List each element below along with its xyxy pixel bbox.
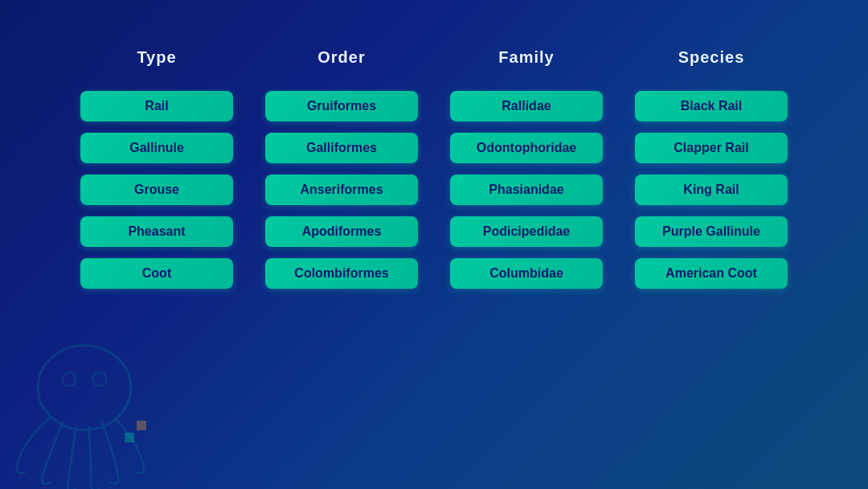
cell-type-3[interactable]: Pheasant (80, 216, 233, 247)
cell-order-0[interactable]: Gruiformes (265, 91, 418, 121)
cell-family-3[interactable]: Podicipedidae (450, 216, 603, 247)
cell-family-1[interactable]: Odontophoridae (450, 133, 603, 163)
svg-rect-3 (125, 433, 134, 442)
cell-species-0[interactable]: Black Rail (635, 91, 788, 121)
svg-point-0 (38, 346, 131, 430)
cell-family-0[interactable]: Rallidae (450, 91, 603, 121)
table-row: PheasantApodiformesPodicipedidaePurple G… (64, 216, 804, 247)
squares-decoration (125, 421, 149, 445)
table-row: CootColombiformesColumbidaeAmerican Coot (64, 258, 804, 289)
header-family: Family (438, 48, 615, 67)
cell-species-2[interactable]: King Rail (635, 175, 788, 205)
svg-point-1 (63, 372, 76, 386)
cell-species-1[interactable]: Clapper Rail (635, 133, 788, 163)
header-species: Species (623, 48, 800, 67)
cell-type-1[interactable]: Gallinule (80, 133, 233, 163)
header-order: Order (253, 48, 430, 67)
header-type: Type (68, 48, 245, 67)
table-header: Type Order Family Species (64, 48, 804, 67)
svg-point-2 (93, 372, 107, 386)
cell-order-4[interactable]: Colombiformes (265, 258, 418, 289)
cell-family-4[interactable]: Columbidae (450, 258, 603, 289)
cell-type-4[interactable]: Coot (80, 258, 233, 289)
cell-order-2[interactable]: Anseriformes (265, 175, 418, 205)
table-body: RailGruiformesRallidaeBlack RailGallinul… (64, 91, 804, 289)
table-row: RailGruiformesRallidaeBlack Rail (64, 91, 804, 121)
cell-order-1[interactable]: Galliformes (265, 133, 418, 163)
cell-family-2[interactable]: Phasianidae (450, 175, 603, 205)
cell-order-3[interactable]: Apodiformes (265, 216, 418, 247)
svg-rect-4 (137, 421, 146, 430)
octopus-decoration (0, 320, 169, 489)
main-content: Type Order Family Species RailGruiformes… (0, 0, 868, 321)
table-row: GallinuleGalliformesOdontophoridaeClappe… (64, 133, 804, 163)
table-row: GrouseAnseriformesPhasianidaeKing Rail (64, 175, 804, 205)
cell-species-4[interactable]: American Coot (635, 258, 788, 289)
cell-species-3[interactable]: Purple Gallinule (635, 216, 788, 247)
cell-type-0[interactable]: Rail (80, 91, 233, 121)
cell-type-2[interactable]: Grouse (80, 175, 233, 205)
